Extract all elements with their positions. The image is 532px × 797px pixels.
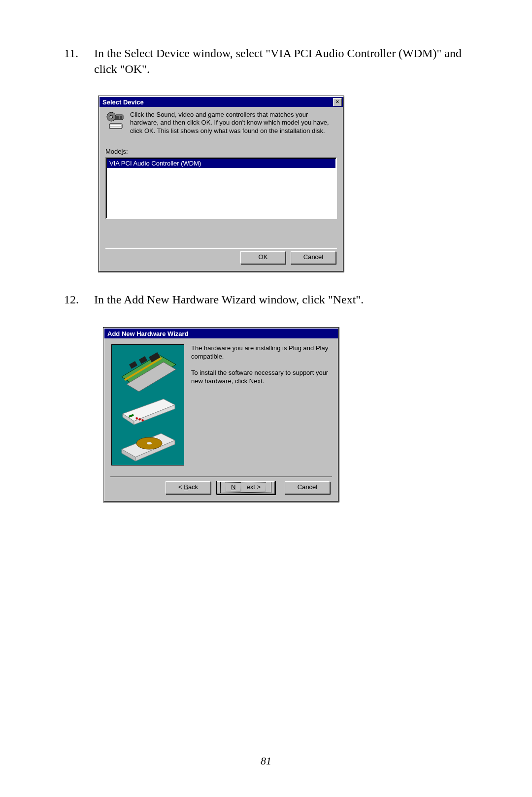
wizard-text: The hardware you are installing is Plug …: [191, 344, 331, 465]
select-device-dialog: Select Device × Click the: [99, 96, 344, 272]
select-device-instruction: Click the Sound, video and game controll…: [130, 111, 337, 135]
svg-rect-9: [129, 361, 137, 369]
svg-point-1: [110, 115, 113, 118]
wizard-title: Add New Hardware Wizard: [107, 330, 189, 337]
svg-point-25: [147, 442, 152, 445]
divider: [105, 248, 337, 249]
step-12-text: In the Add New Hardware Wizard window, c…: [94, 292, 464, 307]
back-button[interactable]: < Back: [166, 481, 211, 494]
models-selected-item[interactable]: VIA PCI Audio Controller (WDM): [107, 159, 335, 168]
divider: [110, 476, 332, 477]
close-icon[interactable]: ×: [333, 98, 342, 106]
step-11: 11. In the Select Device window, select …: [64, 45, 468, 77]
ok-button[interactable]: OK: [240, 251, 286, 264]
svg-rect-7: [110, 127, 121, 128]
wizard-paragraph-1: The hardware you are installing is Plug …: [191, 344, 331, 361]
cancel-button[interactable]: Cancel: [285, 481, 330, 494]
step-11-text: In the Select Device window, select "VIA…: [94, 45, 464, 77]
svg-rect-4: [120, 116, 122, 119]
step-11-number: 11.: [64, 45, 91, 61]
models-listbox[interactable]: VIA PCI Audio Controller (WDM): [105, 157, 337, 219]
page-number: 81: [0, 755, 532, 767]
add-new-hardware-wizard-dialog: Add New Hardware Wizard: [103, 328, 339, 502]
svg-rect-3: [116, 116, 119, 119]
wizard-illustration: [111, 344, 184, 465]
controllers-icon: [105, 111, 125, 131]
select-device-title: Select Device: [102, 99, 144, 106]
wizard-paragraph-2: To install the software necessary to sup…: [191, 369, 331, 386]
step-12-number: 12.: [64, 292, 91, 307]
document-page: 11. In the Select Device window, select …: [0, 0, 532, 797]
step-12: 12. In the Add New Hardware Wizard windo…: [64, 292, 468, 307]
wizard-titlebar: Add New Hardware Wizard: [104, 329, 338, 338]
svg-rect-6: [110, 125, 121, 126]
select-device-titlebar: Select Device ×: [100, 97, 343, 107]
cancel-button[interactable]: Cancel: [291, 251, 336, 264]
next-button[interactable]: Next >: [217, 481, 275, 494]
models-label: Models:: [105, 148, 337, 155]
